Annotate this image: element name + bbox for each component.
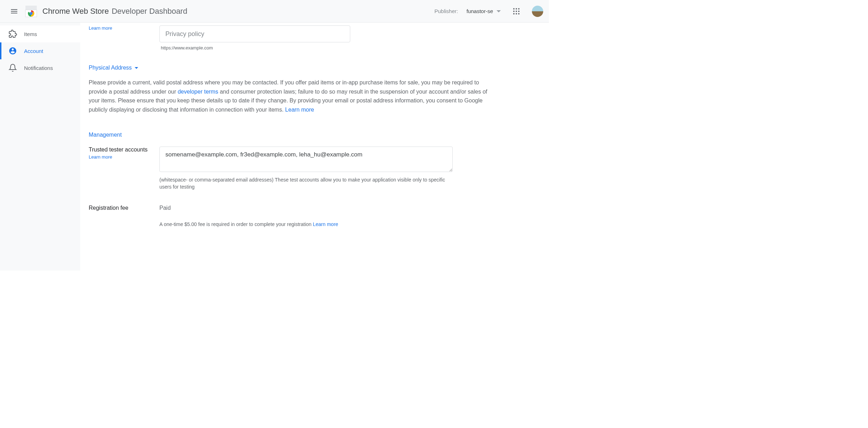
- header-right: Publisher: funastor-se: [434, 4, 543, 18]
- svg-point-3: [30, 12, 33, 15]
- physical-address-label: Physical Address: [89, 65, 132, 71]
- cws-logo-icon: [24, 4, 38, 18]
- sidebar: Items Account Notifications: [0, 23, 80, 271]
- trusted-helper: (whitespace- or comma-separated email ad…: [159, 177, 453, 190]
- privacy-policy-input[interactable]: [159, 25, 350, 42]
- svg-point-6: [518, 8, 520, 10]
- chrome-web-store-logo: [24, 4, 38, 18]
- user-avatar[interactable]: [532, 6, 543, 17]
- svg-point-12: [518, 13, 520, 14]
- trusted-testers-textarea[interactable]: [159, 147, 453, 172]
- management-label: Management: [89, 132, 122, 138]
- privacy-helper: https://www.example.com: [159, 45, 453, 50]
- privacy-policy-row: Learn more https://www.example.com: [89, 25, 540, 50]
- physical-learn-more-link[interactable]: Learn more: [285, 107, 314, 113]
- main-content: Learn more https://www.example.com Physi…: [80, 23, 549, 271]
- trusted-testers-row: Trusted tester accounts Learn more (whit…: [89, 147, 540, 190]
- bell-icon: [8, 64, 17, 72]
- sidebar-label: Items: [24, 31, 37, 37]
- management-heading: Management: [89, 132, 540, 138]
- layout: Items Account Notifications Learn more h…: [0, 23, 549, 271]
- trusted-learn-more-link[interactable]: Learn more: [89, 154, 159, 160]
- registration-fee-row: Registration fee Paid A one-time $5.00 f…: [89, 205, 540, 228]
- svg-point-9: [518, 11, 520, 12]
- registration-status: Paid: [159, 205, 453, 211]
- privacy-learn-more-link[interactable]: Learn more: [89, 25, 159, 31]
- account-circle-icon: [8, 47, 17, 55]
- developer-terms-link[interactable]: developer terms: [178, 89, 218, 95]
- physical-address-description: Please provide a current, valid postal a…: [89, 78, 492, 114]
- title-bold: Chrome Web Store: [42, 7, 109, 16]
- hamburger-icon: [10, 7, 18, 16]
- publisher-label: Publisher:: [434, 8, 458, 14]
- menu-button[interactable]: [6, 3, 23, 20]
- chevron-down-icon: [497, 10, 501, 12]
- svg-rect-0: [25, 6, 37, 10]
- registration-learn-more-link[interactable]: Learn more: [313, 221, 338, 227]
- svg-point-8: [516, 11, 517, 12]
- apps-grid-icon: [513, 8, 520, 14]
- svg-point-4: [513, 8, 515, 10]
- sidebar-item-items[interactable]: Items: [0, 25, 80, 42]
- trusted-testers-label: Trusted tester accounts: [89, 147, 159, 153]
- publisher-dropdown[interactable]: funastor-se: [467, 8, 501, 14]
- svg-point-11: [516, 13, 517, 14]
- header: Chrome Web Store Developer Dashboard Pub…: [0, 0, 549, 23]
- extension-icon: [8, 30, 17, 38]
- sidebar-item-notifications[interactable]: Notifications: [0, 59, 80, 76]
- registration-helper: A one-time $5.00 fee is required in orde…: [159, 221, 453, 228]
- chevron-down-icon: [135, 67, 138, 69]
- header-title: Chrome Web Store Developer Dashboard: [42, 7, 187, 16]
- title-light: Developer Dashboard: [112, 7, 187, 16]
- svg-point-7: [513, 11, 515, 12]
- publisher-value: funastor-se: [467, 8, 493, 14]
- physical-address-heading[interactable]: Physical Address: [89, 65, 540, 71]
- sidebar-label: Account: [24, 48, 43, 54]
- reg-helper-text: A one-time $5.00 fee is required in orde…: [159, 221, 313, 227]
- registration-fee-label: Registration fee: [89, 205, 159, 211]
- svg-point-10: [513, 13, 515, 14]
- sidebar-label: Notifications: [24, 65, 53, 71]
- sidebar-item-account[interactable]: Account: [0, 42, 80, 59]
- svg-point-5: [516, 8, 517, 10]
- google-apps-button[interactable]: [509, 4, 523, 18]
